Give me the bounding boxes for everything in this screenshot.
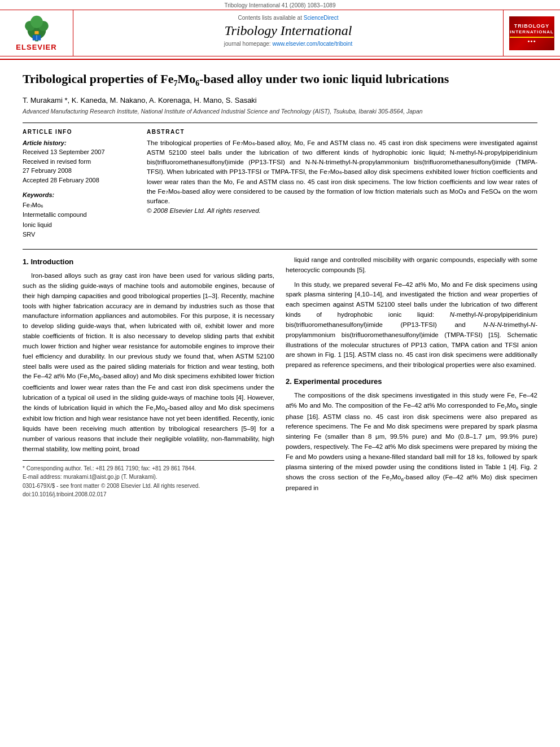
experimental-para: The compositions of the disk specimens i… <box>286 391 537 493</box>
article-info-col: ARTICLE INFO Article history: Received 1… <box>23 129 135 240</box>
journal-name: Tribology International <box>79 23 497 38</box>
tribology-logo: TRIBOLOGY INTERNATIONAL ●●● <box>504 10 560 56</box>
article-history: Article history: Received 13 September 2… <box>23 138 135 185</box>
abstract-label: ABSTRACT <box>147 129 537 135</box>
abstract-text: The tribological properties of Fe₇Mo₆-ba… <box>147 138 537 216</box>
intro-para1: Iron-based alloys such as gray cast iron… <box>23 271 274 454</box>
body-right-col: liquid range and controlled miscibility … <box>286 255 537 499</box>
body-two-col: 1. Introduction Iron-based alloys such a… <box>23 255 537 499</box>
elsevier-tree-icon <box>20 15 54 43</box>
journal-header: Tribology International 41 (2008) 1083–1… <box>0 0 560 60</box>
sciencedirect-line: Contents lists available at ScienceDirec… <box>79 15 497 21</box>
homepage-link[interactable]: www.elsevier.com/locate/triboint <box>272 41 352 47</box>
section2-heading: 2. Experimental procedures <box>286 376 537 387</box>
svg-rect-5 <box>34 31 38 34</box>
affiliation: Advanced Manufacturing Research Institut… <box>23 108 537 115</box>
intro-para1-cont: liquid range and controlled miscibility … <box>286 255 537 276</box>
journal-header-main: ELSEVIER Contents lists available at Sci… <box>0 10 560 56</box>
journal-reference: Tribology International 41 (2008) 1083–1… <box>0 0 560 10</box>
article-info-label: ARTICLE INFO <box>23 129 135 135</box>
section1-heading: 1. Introduction <box>23 256 274 268</box>
intro-para2: In this study, we prepared several Fe–42… <box>286 280 537 370</box>
sciencedirect-link[interactable]: ScienceDirect <box>304 15 339 21</box>
authors-line: T. Murakami *, K. Kaneda, M. Nakano, A. … <box>23 96 537 104</box>
journal-title-center: Contents lists available at ScienceDirec… <box>73 10 504 56</box>
body-left-col: 1. Introduction Iron-based alloys such a… <box>23 255 274 499</box>
tribology-logo-box: TRIBOLOGY INTERNATIONAL ●●● <box>509 16 554 50</box>
main-content: Tribological properties of Fe7Mo6-based … <box>0 60 560 510</box>
abstract-col: ABSTRACT The tribological properties of … <box>147 129 537 240</box>
article-info-abstract-section: ARTICLE INFO Article history: Received 1… <box>23 123 537 240</box>
keywords-block: Keywords: Fe₇Mo₆ Intermetallic compound … <box>23 190 135 240</box>
journal-homepage: journal homepage: www.elsevier.com/locat… <box>79 41 497 47</box>
elsevier-text: ELSEVIER <box>16 43 56 51</box>
article-title: Tribological properties of Fe7Mo6-based … <box>23 71 537 89</box>
elsevier-logo: ELSEVIER <box>0 10 73 56</box>
svg-point-4 <box>30 16 43 28</box>
body-section: 1. Introduction Iron-based alloys such a… <box>23 249 537 499</box>
tribology-logo-text: TRIBOLOGY INTERNATIONAL ●●● <box>510 23 554 43</box>
footer-notes: * Corresponding author. Tel.: +81 29 861… <box>23 460 274 499</box>
